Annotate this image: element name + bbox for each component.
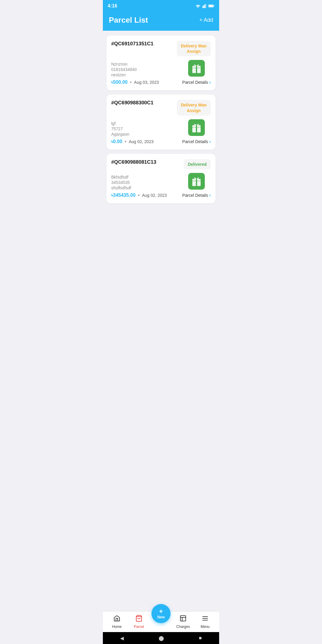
card-top-2: #QC690988300C1 Delivery ManAssign (111, 100, 211, 115)
gift-icon-2 (191, 122, 202, 133)
signal-icon (202, 4, 207, 8)
card-right-2: Parcel Details › (182, 119, 211, 144)
parcel-date-2: Aug 02, 2023 (129, 139, 154, 144)
parcel-icon-3 (188, 173, 205, 190)
parcel-phone-3: 34534535 (111, 180, 167, 185)
svg-rect-6 (209, 5, 213, 7)
parcel-price-row-3: ৳345435.00 • Aug 02, 2023 (111, 193, 167, 198)
status-time: 4:16 (108, 3, 117, 9)
chevron-icon-2: › (209, 139, 211, 144)
parcel-name-1: Nznznsn (111, 62, 159, 66)
parcel-price-2: ৳0.00 (111, 139, 122, 144)
parcel-price-row-1: ৳500.00 • Aug 03, 2023 (111, 80, 159, 85)
card-right-1: Parcel Details › (182, 60, 211, 85)
parcel-phone-2: 75727 (111, 126, 154, 131)
add-button[interactable]: + Add (199, 17, 213, 23)
card-body-1: Nznznsn 01816434840 nextzen ৳500.00 • Au… (111, 60, 211, 85)
card-right-3: Parcel Details › (182, 173, 211, 198)
battery-icon (208, 4, 214, 8)
parcel-details-btn-2[interactable]: Parcel Details › (182, 139, 211, 144)
status-badge-2[interactable]: Delivery ManAssign (177, 100, 211, 115)
svg-rect-1 (204, 5, 205, 8)
status-badge-1[interactable]: Delivery ManAssign (177, 41, 211, 56)
chevron-icon-1: › (209, 80, 211, 85)
svg-rect-13 (196, 125, 197, 132)
status-icons (195, 4, 214, 8)
parcel-details-btn-3[interactable]: Parcel Details › (182, 193, 211, 198)
gift-icon-3 (191, 176, 202, 187)
parcel-location-1: nextzen (111, 72, 159, 77)
card-top-3: #QC690988081C13 Delivered (111, 159, 211, 169)
card-top-1: #QC691071351C1 Delivery ManAssign (111, 41, 211, 56)
parcel-id-3: #QC690988081C13 (111, 159, 156, 165)
parcel-price-3: ৳345435.00 (111, 193, 136, 198)
wifi-icon (195, 4, 201, 8)
card-info-3: Bkfsdfsdf 34534535 sfsdfsdfsdf ৳345435.0… (111, 175, 167, 198)
svg-rect-2 (205, 4, 205, 8)
svg-rect-5 (213, 5, 214, 7)
parcel-date-1: Aug 03, 2023 (134, 80, 159, 85)
parcel-date-3: Aug 02, 2023 (142, 193, 167, 198)
chevron-icon-3: › (209, 193, 211, 198)
parcel-price-row-2: ৳0.00 • Aug 02, 2023 (111, 139, 154, 144)
svg-rect-3 (206, 4, 207, 8)
svg-rect-9 (196, 66, 197, 73)
app-header: Parcel List + Add (103, 12, 219, 31)
parcel-card-2: #QC690988300C1 Delivery ManAssign lgf 75… (106, 95, 216, 149)
status-bar: 4:16 (103, 0, 219, 12)
parcel-id-1: #QC691071351C1 (111, 41, 154, 47)
parcel-details-btn-1[interactable]: Parcel Details › (182, 80, 211, 85)
svg-rect-0 (202, 6, 203, 8)
parcel-location-3: sfsdfsdfsdf (111, 185, 167, 190)
parcel-location-2: Agargaon (111, 132, 154, 137)
card-body-3: Bkfsdfsdf 34534535 sfsdfsdfsdf ৳345435.0… (111, 173, 211, 198)
card-info-1: Nznznsn 01816434840 nextzen ৳500.00 • Au… (111, 62, 159, 85)
parcel-id-2: #QC690988300C1 (111, 100, 154, 106)
gift-icon-1 (191, 63, 202, 74)
status-badge-3[interactable]: Delivered (184, 159, 211, 169)
parcel-card-3: #QC690988081C13 Delivered Bkfsdfsdf 3453… (106, 154, 216, 203)
svg-rect-17 (196, 179, 197, 186)
parcel-name-3: Bkfsdfsdf (111, 175, 167, 179)
parcel-icon-1 (188, 60, 205, 77)
page-title: Parcel List (109, 16, 148, 25)
card-body-2: lgf 75727 Agargaon ৳0.00 • Aug 02, 2023 (111, 119, 211, 144)
card-info-2: lgf 75727 Agargaon ৳0.00 • Aug 02, 2023 (111, 121, 154, 144)
parcel-name-2: lgf (111, 121, 154, 126)
parcel-phone-1: 01816434840 (111, 67, 159, 72)
parcel-price-1: ৳500.00 (111, 80, 128, 85)
parcel-icon-2 (188, 119, 205, 136)
parcel-card-1: #QC691071351C1 Delivery ManAssign Nznzns… (106, 35, 216, 90)
parcel-list: #QC691071351C1 Delivery ManAssign Nznzns… (103, 31, 219, 233)
